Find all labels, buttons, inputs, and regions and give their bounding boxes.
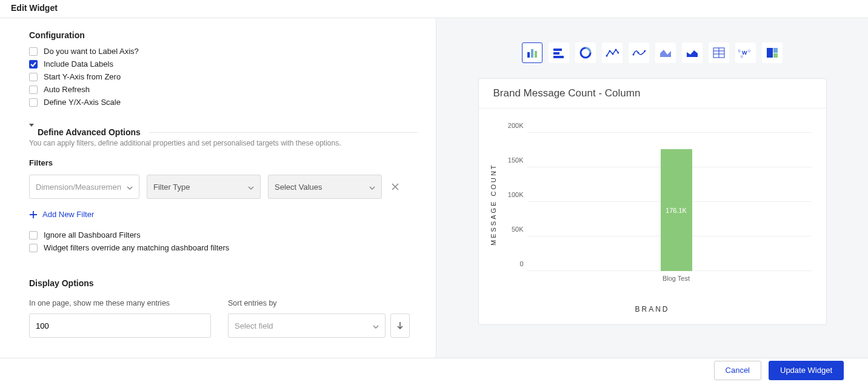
- checkbox-label: Start Y-Axis from Zero: [44, 72, 121, 81]
- chart-title: Brand Message Count - Column: [479, 79, 826, 109]
- x-axis-label: BRAND: [479, 305, 826, 324]
- plus-icon: [29, 210, 38, 219]
- svg-rect-23: [767, 48, 773, 58]
- svg-point-8: [609, 50, 611, 52]
- svg-rect-1: [531, 49, 533, 58]
- chart-type-table[interactable]: [709, 42, 729, 63]
- display-options-heading: Display Options: [29, 278, 418, 288]
- svg-rect-25: [773, 53, 778, 58]
- chart-type-line[interactable]: [602, 42, 623, 63]
- svg-rect-4: [553, 52, 559, 55]
- area-filled-chart-icon: [686, 47, 699, 58]
- chart-type-wordcloud[interactable]: DWOU: [735, 42, 756, 63]
- chart-type-donut[interactable]: [575, 42, 596, 63]
- chart-type-spline[interactable]: [629, 42, 649, 63]
- configuration-heading: Configuration: [29, 30, 418, 40]
- svg-rect-5: [553, 56, 564, 58]
- chevron-down-icon: [248, 183, 254, 192]
- y-axis-label: MESSAGE COUNT: [490, 119, 497, 289]
- update-widget-button[interactable]: Update Widget: [769, 361, 844, 380]
- checkbox-label-axis[interactable]: [29, 47, 38, 56]
- page-title: Edit Widget: [0, 0, 868, 18]
- svg-rect-0: [527, 52, 530, 58]
- chart-type-treemap[interactable]: [762, 42, 783, 63]
- checkbox-auto-refresh[interactable]: [29, 85, 38, 94]
- checkbox-ignore-dashboard-filters[interactable]: [29, 231, 38, 240]
- checkbox-label: Include Data Labels: [44, 59, 113, 69]
- svg-point-13: [638, 52, 639, 54]
- remove-filter-button[interactable]: [389, 181, 401, 193]
- svg-text:D: D: [738, 49, 741, 53]
- chart-preview-card: Brand Message Count - Column MESSAGE COU…: [478, 78, 827, 325]
- treemap-chart-icon: [766, 47, 778, 58]
- data-label: 176.1K: [666, 207, 687, 214]
- spline-chart-icon: [632, 47, 646, 58]
- svg-rect-2: [535, 51, 537, 58]
- chart-type-area-filled[interactable]: [682, 42, 703, 63]
- svg-point-12: [633, 54, 635, 56]
- advanced-options-subtitle: You can apply filters, define additional…: [29, 139, 418, 147]
- svg-point-7: [606, 55, 608, 57]
- chart-plot: 0 50K 100K 150K 200K 176.1K Blog Test: [497, 119, 812, 289]
- chevron-down-icon: [369, 183, 375, 192]
- cancel-button[interactable]: Cancel: [714, 361, 761, 380]
- entries-label: In one page, show me these many entries: [29, 299, 211, 307]
- checkbox-include-data-labels[interactable]: [29, 60, 38, 69]
- svg-text:O: O: [748, 49, 750, 53]
- caret-down-icon[interactable]: [29, 127, 34, 138]
- chart-type-column[interactable]: [522, 42, 542, 63]
- close-icon: [391, 183, 399, 191]
- bar-chart-icon: [553, 47, 565, 58]
- filter-type-select[interactable]: Filter Type: [147, 175, 261, 199]
- table-chart-icon: [713, 47, 725, 58]
- column-chart-icon: [526, 47, 538, 58]
- x-tick-label: Blog Test: [663, 275, 690, 282]
- checkbox-label: Ignore all Dashboard Filters: [44, 230, 141, 240]
- sort-direction-button[interactable]: [390, 313, 410, 338]
- checkbox-define-scale[interactable]: [29, 98, 38, 107]
- chart-type-toolbar: DWOU: [522, 42, 783, 63]
- checkbox-override-filters[interactable]: [29, 244, 38, 252]
- footer: Cancel Update Widget: [0, 358, 868, 382]
- line-chart-icon: [606, 47, 619, 58]
- svg-point-9: [612, 53, 614, 55]
- filter-values-select[interactable]: Select Values: [268, 175, 382, 199]
- chart-type-area[interactable]: [655, 42, 676, 63]
- checkbox-label: Define Y/X-Axis Scale: [44, 98, 121, 107]
- sort-field-select[interactable]: Select field: [228, 313, 386, 338]
- sort-label: Sort entries by: [228, 299, 410, 307]
- svg-text:U: U: [741, 55, 743, 58]
- arrow-down-icon: [396, 321, 404, 330]
- area-chart-icon: [659, 47, 672, 58]
- config-panel: Configuration Do you want to Label Axis?…: [0, 18, 436, 358]
- chart-bar: 176.1K: [661, 149, 692, 271]
- checkbox-y-zero[interactable]: [29, 73, 38, 81]
- advanced-options-heading: Define Advanced Options: [38, 127, 141, 137]
- checkbox-label: Auto Refresh: [44, 85, 90, 94]
- add-filter-button[interactable]: Add New Filter: [29, 210, 418, 219]
- chart-type-bar[interactable]: [549, 42, 569, 63]
- svg-point-10: [615, 49, 617, 51]
- preview-panel: DWOU Brand Message Count - Column MESSAG…: [436, 18, 868, 358]
- dimension-select[interactable]: Dimension/Measurement: [29, 175, 139, 199]
- svg-rect-24: [773, 48, 778, 53]
- chevron-down-icon: [127, 183, 133, 192]
- checkbox-label: Widget filters override any matching das…: [44, 243, 229, 252]
- wordcloud-chart-icon: DWOU: [738, 47, 753, 58]
- svg-rect-3: [553, 49, 562, 51]
- checkbox-label: Do you want to Label Axis?: [44, 47, 139, 56]
- filters-heading: Filters: [29, 158, 418, 167]
- divider: [149, 132, 418, 133]
- donut-chart-icon: [579, 47, 592, 59]
- entries-input[interactable]: [29, 313, 211, 338]
- chevron-down-icon: [373, 321, 379, 330]
